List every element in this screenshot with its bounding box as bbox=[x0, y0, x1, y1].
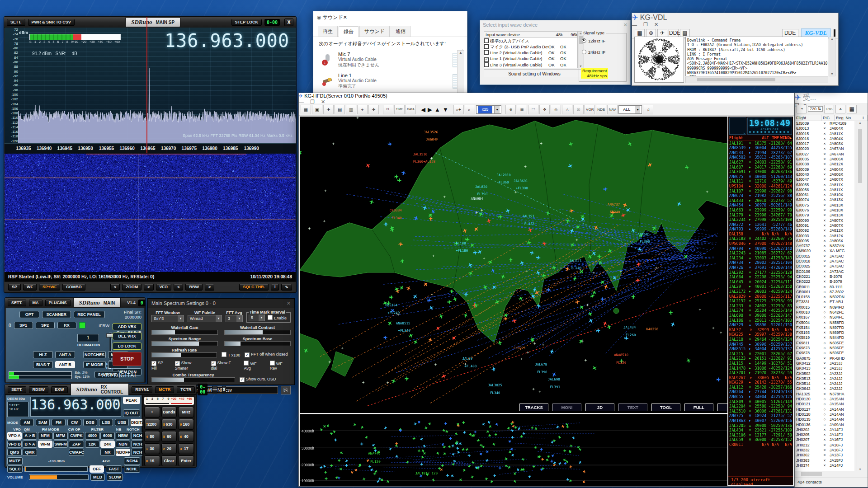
map-mode-button[interactable]: TOOL bbox=[651, 404, 680, 411]
wf-palette-select[interactable]: Winrad▼ bbox=[188, 315, 222, 322]
cwafc-button[interactable]: CWAFC bbox=[69, 449, 84, 456]
flight-row[interactable]: ANA8502H 35012-45 265/107 bbox=[728, 155, 793, 160]
hf-tool-icon[interactable]: ◎ bbox=[551, 105, 561, 114]
radio-24khz[interactable]: 24kHz IF bbox=[582, 50, 623, 55]
device-row[interactable]: Mic 7 Virtual Audio Cable 現在利用できません bbox=[318, 49, 462, 70]
flight-row[interactable]: ANA454▶ 38978-50 261/149 bbox=[728, 203, 793, 208]
zoom-in-button[interactable]: > bbox=[144, 284, 153, 291]
zoom-out-button[interactable]: < bbox=[110, 284, 120, 291]
wave-device-row[interactable]: Line 3 (Virtual Audio Cable) OK OK bbox=[484, 62, 584, 68]
contact-row[interactable]: HD0121○JA15AN bbox=[795, 402, 854, 407]
flight-row[interactable]: ANA794▶ 40990-53 262/140 bbox=[728, 246, 793, 251]
add-vrx-button[interactable]: ADD VRX bbox=[113, 323, 142, 330]
flight-row[interactable]: JAL607▶ 24017-32 268/ 69 bbox=[728, 165, 793, 170]
flight-row[interactable]: UAL2829▶ 28000-33 255/117 bbox=[728, 294, 793, 299]
flight-row[interactable]: JAL2123▶ 26151-33 262/ 91 bbox=[728, 356, 793, 361]
nbw-button[interactable]: NBW bbox=[116, 432, 130, 439]
keypad-button[interactable]: 015 bbox=[144, 455, 160, 466]
rx-close-button[interactable]: X bbox=[222, 386, 226, 394]
contact-row[interactable]: 6J0090×JA807X bbox=[795, 218, 854, 223]
flight-row[interactable]: JAL809H 40005-51 261/149 bbox=[728, 399, 793, 404]
pan-arrow-button[interactable]: ▲ bbox=[434, 106, 441, 113]
colors-icon[interactable]: ▦ bbox=[847, 105, 857, 113]
flight-row[interactable]: JAL645H 26024-32 254/111 bbox=[728, 280, 793, 285]
flight-row[interactable]: JAL2204H 25580-32 258/ 94 bbox=[728, 404, 793, 409]
flight-row[interactable]: ANA8539▶ 36004-44 258/155 bbox=[728, 145, 793, 150]
resize-handle[interactable]: ⇘ bbox=[281, 284, 292, 291]
agc-fast-button[interactable]: FAST bbox=[106, 465, 122, 473]
contact-row[interactable]: JH0207×JA16FJ bbox=[795, 437, 854, 442]
flight-row[interactable]: JAL3691▶ 37000-46 263/136 bbox=[728, 169, 793, 174]
flight-row[interactable]: ANA8515▶ 34004-41 259/137 bbox=[728, 347, 793, 352]
lo-lock-button[interactable]: LO LOCK bbox=[113, 343, 142, 350]
contact-row[interactable]: ET3331×ET-ARJ bbox=[795, 300, 854, 305]
flight-row[interactable]: JAL664▼ 22298-25 253/ 94 bbox=[728, 275, 793, 280]
flight-row[interactable]: ANA329▲ 39896-52 261/150 bbox=[728, 323, 793, 328]
combo-transparency-slider[interactable] bbox=[151, 377, 235, 382]
wf-rev-checkbox[interactable]: WF Rev bbox=[270, 361, 291, 371]
vfo-a-button[interactable]: VFO A bbox=[7, 432, 22, 439]
flight-table-body[interactable]: JAL191H 18375-21 283/ 64 ANA8539▶ 36004-… bbox=[728, 141, 793, 447]
waterfall[interactable] bbox=[5, 154, 296, 272]
contact-row[interactable]: 6J0039×JA804X bbox=[795, 167, 854, 172]
zoom-button[interactable]: ⌕+ bbox=[453, 105, 464, 114]
contact-row[interactable]: CR0011×80-1111 bbox=[795, 285, 854, 290]
contact-row[interactable]: HD0136○JA09AN bbox=[795, 422, 854, 427]
flight-row[interactable]: JAL186▲ 25011-30 254/103 bbox=[728, 318, 793, 323]
sp2-button[interactable]: SP2 bbox=[36, 322, 55, 329]
contact-row[interactable]: GK0514×JA24JJ bbox=[795, 381, 854, 386]
contact-row[interactable]: 6J0016×JA804X bbox=[795, 136, 854, 141]
contact-row[interactable]: CK0221×B-2076 bbox=[795, 274, 854, 279]
contact-row[interactable]: HD0128○JA14AN bbox=[795, 412, 854, 417]
kgvdl-close-button[interactable]: ✕ bbox=[654, 22, 658, 28]
flight-row[interactable]: KAL9267▶ 33005N/A N/A bbox=[728, 375, 793, 380]
rdsw-button[interactable]: RDSW bbox=[29, 386, 49, 393]
rec-panel-button[interactable]: REC PANEL bbox=[74, 311, 105, 318]
decimation-value[interactable]: 1 bbox=[77, 334, 99, 342]
wave-device-row[interactable]: マイク (2- USB PnP Audio Device OK OK bbox=[484, 44, 584, 50]
exw-button[interactable]: EXW bbox=[51, 386, 68, 393]
flight-row[interactable]: ANA745▶ 38996-50 259/137 bbox=[728, 342, 793, 347]
col-reg[interactable]: Reg. No. bbox=[835, 115, 861, 121]
mode-button[interactable]: CW bbox=[67, 419, 81, 426]
contact-row[interactable]: FX5819×N844FD bbox=[795, 335, 854, 340]
contact-row[interactable]: JH0202×JA14FJ bbox=[795, 427, 854, 432]
radio-12khz[interactable]: 12kHz IF bbox=[582, 38, 623, 43]
hf-toggle-icon[interactable]: DATA bbox=[406, 105, 416, 114]
contact-row[interactable]: DL0158×N502DN bbox=[795, 295, 854, 300]
device-checkbox[interactable] bbox=[484, 57, 489, 62]
b-to-a-button[interactable]: B > A bbox=[23, 441, 37, 448]
refresh-icon[interactable]: ◔ bbox=[797, 105, 807, 113]
opt-button[interactable]: OPT bbox=[19, 311, 39, 318]
hf-tool-icon[interactable]: ✥ bbox=[539, 105, 550, 114]
altitude-profile[interactable]: 40000ft30000ft20000ft10000ft ANA746FL120… bbox=[300, 414, 727, 486]
ant-b-button[interactable]: ANT B bbox=[55, 361, 75, 368]
flight-row[interactable]: ANA726▼ 37691-47 260/144 bbox=[728, 265, 793, 270]
contact-row[interactable]: 6J0013×JA804X bbox=[795, 126, 854, 131]
swfm-button[interactable]: SWFM bbox=[53, 441, 68, 448]
flight-row[interactable]: JAL663H 23999-32 259/ 90 bbox=[728, 208, 793, 213]
mode-button[interactable]: SAM bbox=[36, 419, 50, 426]
keypad-button[interactable]: 220 bbox=[161, 443, 177, 454]
hf-tool-icon[interactable]: ⎚ bbox=[573, 105, 584, 114]
wave-device-row[interactable]: 標準の入力デバイス bbox=[484, 38, 584, 44]
flight-row[interactable]: JAL107H 23998-29 262/ 98 bbox=[728, 189, 793, 194]
rbw-down-button[interactable]: < bbox=[174, 284, 183, 291]
tab-communication[interactable]: 通信 bbox=[391, 26, 410, 37]
flight-row[interactable]: JAL2234▶ 27998-38 254/108 bbox=[728, 217, 793, 222]
contact-row[interactable]: FX5154×N897FD bbox=[795, 325, 854, 330]
flight-row[interactable]: JAL2243▲ 21085-26 272/ 62 bbox=[728, 251, 793, 256]
contact-row[interactable]: 6J0038×JA812X bbox=[795, 162, 854, 167]
hf-tool-icon[interactable]: VOR bbox=[585, 105, 595, 114]
log-icon[interactable]: LOG bbox=[824, 105, 834, 113]
qms-button[interactable]: QMS bbox=[7, 449, 22, 456]
contact-row[interactable]: 6J0095×JA806X bbox=[795, 239, 854, 244]
kgvdl-tool-icon[interactable]: ✈ bbox=[657, 29, 667, 38]
main-sett-button[interactable]: SETT. bbox=[8, 300, 26, 306]
pan-arrow-button[interactable]: ◀ bbox=[420, 106, 426, 113]
show-curs-osd-checkbox[interactable]: Show curs. OSD bbox=[240, 377, 276, 382]
sp-wf-button[interactable]: SP+WF bbox=[39, 284, 60, 291]
contact-row[interactable]: GA0875×PK-GHD bbox=[795, 356, 854, 361]
nch4-button[interactable]: NCH4 bbox=[124, 457, 140, 465]
nboff-button[interactable]: NBOFF bbox=[116, 449, 130, 456]
